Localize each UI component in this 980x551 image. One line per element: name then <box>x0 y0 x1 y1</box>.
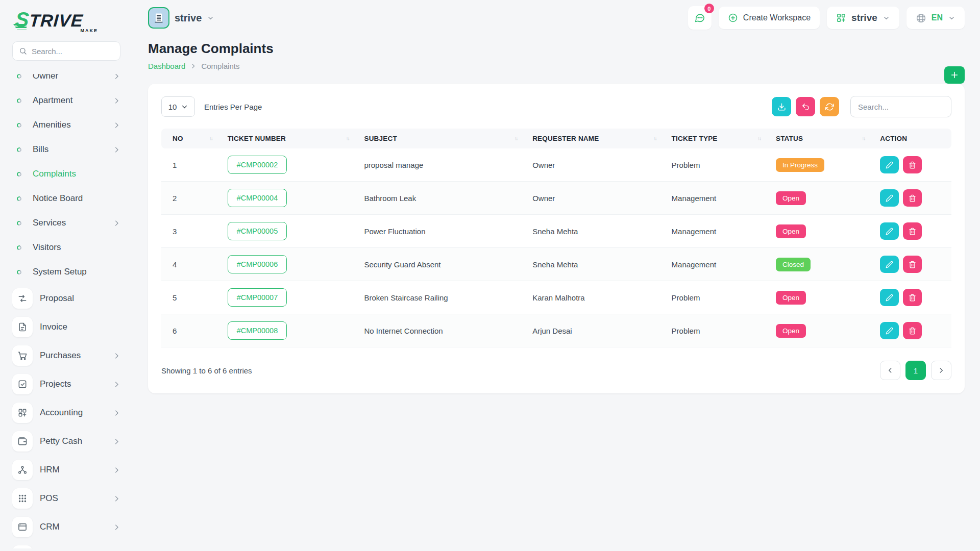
delete-button[interactable] <box>903 289 922 306</box>
delete-button[interactable] <box>903 256 922 273</box>
sidebar-item-messenger[interactable]: Messenger <box>12 541 120 548</box>
cell-no: 4 <box>161 248 222 281</box>
sidebar-item-accounting[interactable]: Accounting <box>12 398 120 427</box>
trash-icon <box>909 194 916 202</box>
sidebar-item-petty-cash[interactable]: Petty Cash <box>12 427 120 456</box>
language-selector[interactable]: EN <box>906 7 965 29</box>
column-header-no[interactable]: NO ↑↓ <box>161 129 222 148</box>
sidebar-item-apartment[interactable]: Apartment <box>12 88 120 113</box>
create-workspace-label: Create Workspace <box>743 13 811 22</box>
cell-requester-name: Owner <box>526 182 665 215</box>
column-header-label: ACTION <box>880 135 907 142</box>
bullet-icon <box>12 74 26 79</box>
column-header-status[interactable]: STATUS ↑↓ <box>770 129 874 148</box>
sort-icon[interactable]: ↑↓ <box>862 136 868 141</box>
column-header-subject[interactable]: SUBJECT ↑↓ <box>358 129 526 148</box>
edit-button[interactable] <box>880 222 899 240</box>
sidebar-item-pos[interactable]: POS <box>12 484 120 513</box>
page-title: Manage Complaints <box>148 41 965 57</box>
row-actions <box>880 222 945 240</box>
edit-button[interactable] <box>880 322 899 339</box>
sidebar-item-services[interactable]: Services <box>12 211 120 235</box>
column-header-ticket-number[interactable]: TICKET NUMBER ↑↓ <box>222 129 358 148</box>
row-actions <box>880 289 945 306</box>
create-workspace-button[interactable]: Create Workspace <box>719 7 820 29</box>
crm-icon <box>12 517 33 537</box>
column-header-ticket-type[interactable]: TICKET TYPE ↑↓ <box>666 129 770 148</box>
chevron-right-icon <box>113 409 120 417</box>
edit-button[interactable] <box>880 156 899 173</box>
sidebar-item-proposal[interactable]: Proposal <box>12 284 120 313</box>
chevron-right-icon <box>113 72 120 80</box>
sidebar-item-label: System Setup <box>33 267 120 277</box>
cell-subject: Security Guard Absent <box>358 248 526 281</box>
sort-icon[interactable]: ↑↓ <box>653 136 659 141</box>
table-row: 1 #CMP00002 proposal manage Owner Proble… <box>161 148 951 182</box>
delete-button[interactable] <box>903 222 922 240</box>
column-header-label: NO <box>173 135 183 142</box>
sidebar-item-owner[interactable]: Owner <box>12 64 120 88</box>
chevron-right-icon <box>190 63 197 69</box>
edit-button[interactable] <box>880 189 899 207</box>
next-page-button[interactable] <box>931 361 951 380</box>
previous-page-button[interactable] <box>880 361 900 380</box>
workspace-selector[interactable]: strive <box>148 7 214 29</box>
projects-icon <box>12 374 33 394</box>
sidebar-item-bills[interactable]: Bills <box>12 137 120 162</box>
table-search-input[interactable] <box>850 96 951 117</box>
logo-text: STRIVE <box>14 8 121 31</box>
entries-per-page-select[interactable]: 10 <box>161 96 195 117</box>
sidebar-item-label: Petty Cash <box>40 436 106 446</box>
sort-icon[interactable]: ↑↓ <box>514 136 520 141</box>
page-1-button[interactable]: 1 <box>905 361 926 380</box>
sort-icon[interactable]: ↑↓ <box>346 136 352 141</box>
brand-logo[interactable]: STRIVE MAKE <box>12 8 120 33</box>
sort-icon[interactable]: ↑↓ <box>209 136 215 141</box>
cell-no: 2 <box>161 182 222 215</box>
delete-button[interactable] <box>903 322 922 339</box>
sidebar-item-label: Apartment <box>33 95 106 106</box>
sidebar-item-purchases[interactable]: Purchases <box>12 341 120 370</box>
cell-requester-name: Sneha Mehta <box>526 215 665 248</box>
sidebar-item-label: Visitors <box>33 242 120 253</box>
delete-button[interactable] <box>903 156 922 173</box>
table-row: 6 #CMP00008 No Internet Connection Arjun… <box>161 314 951 347</box>
cell-no: 5 <box>161 281 222 314</box>
sidebar-item-crm[interactable]: CRM <box>12 513 120 541</box>
status-badge: Closed <box>776 258 811 271</box>
edit-button[interactable] <box>880 256 899 273</box>
chevron-down-icon <box>181 104 188 110</box>
sidebar-item-visitors[interactable]: Visitors <box>12 235 120 260</box>
export-download-button[interactable] <box>772 97 791 116</box>
ticket-number-chip: #CMP00008 <box>228 321 287 340</box>
sidebar-item-notice-board[interactable]: Notice Board <box>12 186 120 211</box>
sidebar-item-amenities[interactable]: Amenities <box>12 113 120 137</box>
refresh-button[interactable] <box>820 97 839 116</box>
column-header-requester-name[interactable]: REQUESTER NAME ↑↓ <box>526 129 665 148</box>
column-header-action[interactable]: ACTION <box>874 129 951 148</box>
workspace-switcher[interactable]: strive <box>827 7 899 29</box>
ticket-number-chip: #CMP00005 <box>228 222 287 240</box>
cell-subject: Bathroom Leak <box>358 182 526 215</box>
status-badge: Open <box>776 324 806 338</box>
add-complaint-button[interactable] <box>944 66 965 84</box>
chat-button[interactable]: 0 <box>688 6 712 30</box>
pencil-icon <box>886 161 893 169</box>
chevron-right-icon <box>113 121 120 129</box>
sidebar-item-hrm[interactable]: HRM <box>12 456 120 484</box>
sidebar-item-invoice[interactable]: Invoice <box>12 313 120 341</box>
delete-button[interactable] <box>903 189 922 207</box>
sidebar-search-input[interactable] <box>32 47 114 56</box>
undo-button[interactable] <box>796 97 815 116</box>
table-row: 5 #CMP00007 Broken Staircase Railing Kar… <box>161 281 951 314</box>
sidebar-item-projects[interactable]: Projects <box>12 370 120 398</box>
cell-requester-name: Karan Malhotra <box>526 281 665 314</box>
sidebar-item-complaints[interactable]: Complaints <box>12 162 120 186</box>
sidebar-item-system-setup[interactable]: System Setup <box>12 260 120 284</box>
sort-icon[interactable]: ↑↓ <box>757 136 764 141</box>
pencil-icon <box>886 327 893 335</box>
edit-button[interactable] <box>880 289 899 306</box>
breadcrumb-dashboard-link[interactable]: Dashboard <box>148 62 185 70</box>
pencil-icon <box>886 261 893 268</box>
app-root: STRIVE MAKE Owner Apartment Amenities <box>0 0 980 551</box>
